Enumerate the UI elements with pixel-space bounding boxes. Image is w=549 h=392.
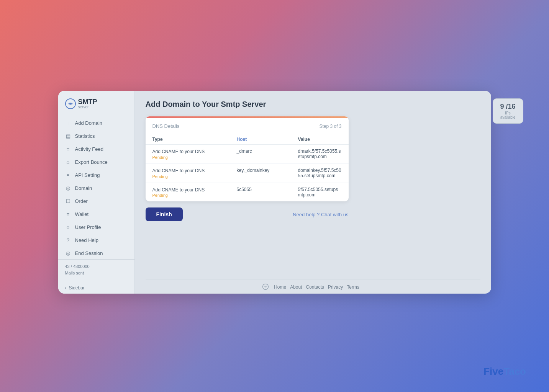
footer-link-about[interactable]: About bbox=[290, 284, 302, 290]
footer-link-privacy[interactable]: Privacy bbox=[328, 284, 343, 290]
sidebar-item-export-bounce[interactable]: ⌂ Export Bounce bbox=[61, 156, 131, 168]
activity-feed-icon: ≡ bbox=[65, 146, 71, 152]
main-card: SMTP server + Add Domain ▤ Statistics ≡ … bbox=[58, 91, 491, 294]
sidebar-item-label-export-bounce: Export Bounce bbox=[75, 159, 108, 165]
dns-type-0: Add CNAME to your DNS Pending bbox=[152, 149, 237, 160]
footer-links: HomeAboutContactsPrivacyTerms bbox=[274, 283, 363, 290]
sidebar-item-add-domain[interactable]: + Add Domain bbox=[61, 117, 131, 129]
footer-link-terms[interactable]: Terms bbox=[347, 284, 359, 290]
ip-label: IPs available bbox=[499, 111, 517, 119]
footer-link-home[interactable]: Home bbox=[274, 284, 286, 290]
dns-host-0: _dmarc bbox=[237, 149, 298, 154]
sidebar-item-activity-feed[interactable]: ≡ Activity Feed bbox=[61, 143, 131, 155]
sidebar-item-wallet[interactable]: ≡ Wallet bbox=[61, 208, 131, 220]
add-domain-icon: + bbox=[65, 120, 71, 126]
dns-table-header: Type Host Value bbox=[146, 134, 349, 145]
footer-link-contacts[interactable]: Contacts bbox=[306, 284, 324, 290]
dns-type-2: Add CNAME to your DNS Pending bbox=[152, 187, 237, 198]
dns-value-0: dmark.5f57.5c5055.setupsmtp.com bbox=[298, 149, 342, 159]
footer: HomeAboutContactsPrivacyTerms bbox=[146, 279, 480, 294]
sidebar-footer: 43 / 4800000 Mails sent bbox=[58, 259, 134, 281]
dns-value-1: domainkey.5f57.5c5055.setupsmtp.com bbox=[298, 168, 342, 178]
sidebar-toggle[interactable]: ‹ Sidebar bbox=[58, 281, 134, 291]
sidebar-item-statistics[interactable]: ▤ Statistics bbox=[61, 130, 131, 142]
user-profile-icon: ○ bbox=[65, 224, 71, 230]
fivetaco-branding: FiveTaco bbox=[483, 366, 526, 377]
sidebar-item-label-statistics: Statistics bbox=[75, 133, 95, 139]
dns-details-label: DNS Details bbox=[152, 123, 180, 129]
sidebar-item-order[interactable]: ☐ Order bbox=[61, 195, 131, 207]
sidebar-item-end-session[interactable]: ◎ End Session bbox=[61, 247, 131, 259]
smtp-logo-icon bbox=[65, 98, 76, 109]
sidebar-nav: + Add Domain ▤ Statistics ≡ Activity Fee… bbox=[58, 117, 134, 259]
ip-count: 9 /16 bbox=[499, 103, 517, 111]
col-value-header: Value bbox=[298, 137, 342, 142]
main-content: Add Domain to Your Smtp Server 9 /16 IPs… bbox=[135, 91, 491, 294]
logo-title: SMTP bbox=[78, 98, 97, 105]
sidebar-item-label-activity-feed: Activity Feed bbox=[75, 146, 103, 152]
sidebar-item-label-domain: Domain bbox=[75, 185, 92, 191]
sidebar-item-label-need-help: Need Help bbox=[75, 237, 98, 243]
brand-five: Five bbox=[483, 366, 503, 377]
ip-availability-badge: 9 /16 IPs available bbox=[493, 98, 523, 124]
sidebar-item-label-wallet: Wallet bbox=[75, 211, 89, 217]
page-header: Add Domain to Your Smtp Server bbox=[146, 100, 480, 109]
sidebar-item-label-add-domain: Add Domain bbox=[75, 120, 103, 126]
export-bounce-icon: ⌂ bbox=[65, 159, 71, 165]
wallet-icon: ≡ bbox=[65, 211, 71, 217]
chevron-left-icon: ‹ bbox=[65, 285, 67, 291]
dns-card-header: DNS Details Step 3 of 3 bbox=[146, 118, 349, 134]
logo-subtitle: server bbox=[78, 105, 97, 109]
brand-taco: Taco bbox=[503, 366, 526, 377]
sidebar: SMTP server + Add Domain ▤ Statistics ≡ … bbox=[58, 91, 135, 294]
col-host-header: Host bbox=[237, 137, 298, 142]
step-label: Step 3 of 3 bbox=[319, 124, 341, 129]
sidebar-item-label-api-setting: API Setting bbox=[75, 172, 100, 178]
action-bar: Finish Need help ? Chat with us bbox=[146, 201, 349, 221]
dns-host-2: 5c5055 bbox=[237, 187, 298, 192]
statistics-icon: ▤ bbox=[65, 133, 71, 139]
page-title: Add Domain to Your Smtp Server bbox=[146, 100, 266, 109]
domain-icon: ◎ bbox=[65, 185, 71, 191]
dns-host-1: key._domainkey bbox=[237, 168, 298, 173]
chat-link[interactable]: Need help ? Chat with us bbox=[293, 212, 348, 217]
end-session-icon: ◎ bbox=[65, 250, 71, 256]
finish-button[interactable]: Finish bbox=[146, 207, 183, 221]
footer-logo bbox=[262, 284, 269, 290]
dns-row-1: Add CNAME to your DNS Pending key._domai… bbox=[146, 164, 349, 183]
sidebar-item-api-setting[interactable]: ✦ API Setting bbox=[61, 169, 131, 181]
sidebar-item-need-help[interactable]: ? Need Help bbox=[61, 234, 131, 246]
footer-logo-icon bbox=[262, 284, 269, 290]
sidebar-logo: SMTP server bbox=[58, 98, 134, 117]
dns-value-2: 5f57.5c5055.setupsmtp.com bbox=[298, 187, 342, 198]
col-type-header: Type bbox=[152, 137, 237, 142]
sidebar-item-label-end-session: End Session bbox=[75, 250, 103, 256]
sidebar-item-domain[interactable]: ◎ Domain bbox=[61, 182, 131, 194]
dns-card: DNS Details Step 3 of 3 Type Host Value … bbox=[146, 116, 349, 201]
need-help-icon: ? bbox=[65, 237, 71, 243]
dns-type-1: Add CNAME to your DNS Pending bbox=[152, 168, 237, 179]
sidebar-item-label-user-profile: User Profile bbox=[75, 224, 101, 230]
dns-row-2: Add CNAME to your DNS Pending 5c5055 5f5… bbox=[146, 183, 349, 202]
dns-row-0: Add CNAME to your DNS Pending _dmarc dma… bbox=[146, 145, 349, 164]
order-icon: ☐ bbox=[65, 198, 71, 204]
api-setting-icon: ✦ bbox=[65, 172, 71, 178]
sidebar-item-user-profile[interactable]: ○ User Profile bbox=[61, 221, 131, 233]
mails-sent: 43 / 4800000 Mails sent bbox=[65, 263, 128, 276]
sidebar-item-label-order: Order bbox=[75, 198, 88, 204]
dns-rows-container: Add CNAME to your DNS Pending _dmarc dma… bbox=[146, 145, 349, 201]
